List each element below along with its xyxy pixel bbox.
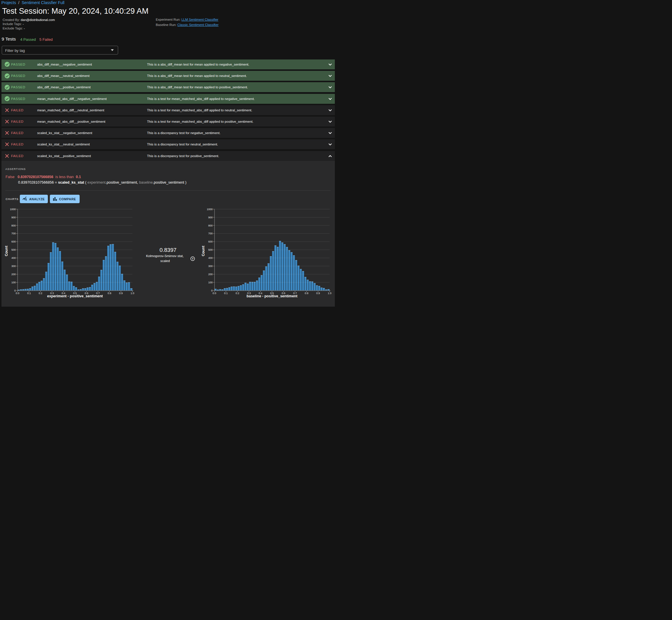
svg-text:0.9: 0.9: [119, 292, 123, 295]
svg-text:400: 400: [208, 257, 212, 259]
svg-text:Count: Count: [4, 246, 8, 256]
svg-text:900: 900: [208, 216, 212, 219]
svg-text:?: ?: [192, 257, 193, 260]
svg-text:1000: 1000: [10, 208, 16, 211]
svg-text:700: 700: [208, 232, 212, 235]
svg-text:800: 800: [11, 224, 16, 227]
svg-text:experiment - positive_sentimen: experiment - positive_sentiment: [47, 294, 103, 298]
svg-text:500: 500: [11, 248, 16, 251]
svg-text:500: 500: [208, 248, 212, 251]
svg-text:0.2: 0.2: [39, 292, 43, 295]
svg-text:200: 200: [208, 273, 212, 276]
svg-text:800: 800: [208, 224, 212, 227]
svg-text:baseline - positive_sentiment: baseline - positive_sentiment: [246, 294, 297, 298]
svg-text:300: 300: [11, 265, 16, 268]
svg-text:0.8: 0.8: [108, 292, 111, 295]
svg-text:100: 100: [11, 281, 16, 284]
svg-text:0.8: 0.8: [305, 292, 308, 295]
svg-text:400: 400: [11, 257, 16, 259]
svg-text:1.0: 1.0: [131, 292, 135, 295]
svg-text:200: 200: [11, 273, 16, 276]
svg-text:0.0: 0.0: [16, 292, 19, 295]
svg-text:300: 300: [208, 265, 212, 268]
svg-text:600: 600: [11, 240, 16, 243]
svg-text:Count: Count: [201, 246, 205, 256]
svg-text:1.0: 1.0: [328, 292, 332, 295]
svg-text:0.1: 0.1: [27, 292, 31, 295]
svg-text:100: 100: [208, 281, 212, 284]
svg-text:0.2: 0.2: [236, 292, 239, 295]
svg-text:1000: 1000: [207, 208, 212, 211]
svg-text:700: 700: [11, 232, 16, 235]
svg-text:0.0: 0.0: [212, 292, 217, 295]
svg-text:0.9: 0.9: [316, 292, 320, 295]
svg-text:900: 900: [11, 216, 16, 219]
svg-text:600: 600: [208, 240, 212, 243]
svg-text:0.1: 0.1: [224, 292, 228, 295]
